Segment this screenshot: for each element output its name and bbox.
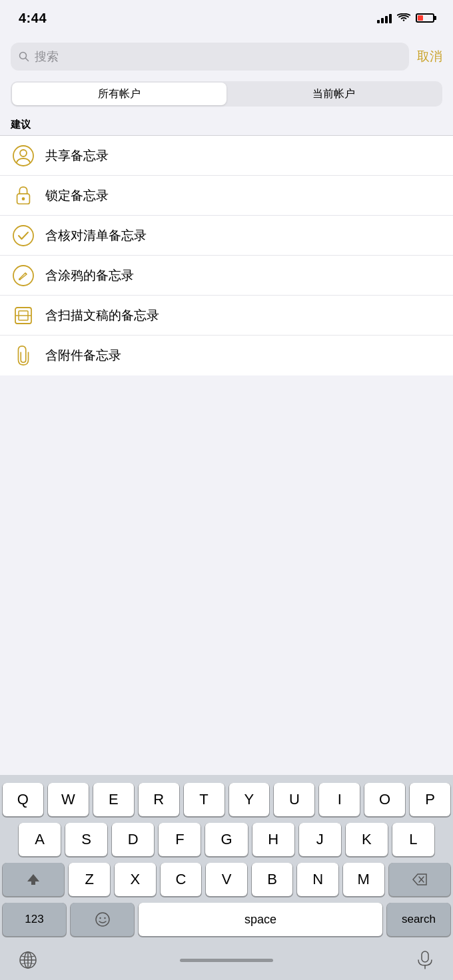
search-placeholder: 搜索	[35, 49, 59, 65]
battery-level	[418, 15, 423, 21]
list-item-scan-label: 含扫描文稿的备忘录	[45, 307, 159, 324]
key-s[interactable]: S	[65, 823, 107, 856]
keyboard-row-2: A S D F G H J K L	[0, 823, 453, 856]
battery-icon	[416, 13, 434, 23]
key-v[interactable]: V	[206, 863, 247, 896]
status-time: 4:44	[19, 11, 47, 26]
key-search[interactable]: search	[387, 903, 450, 936]
list-item-locked[interactable]: 锁定备忘录	[0, 176, 453, 216]
keyboard-extra-row	[0, 943, 453, 980]
key-j[interactable]: J	[299, 823, 341, 856]
key-h[interactable]: H	[252, 823, 294, 856]
key-z[interactable]: Z	[69, 863, 110, 896]
mic-icon[interactable]	[413, 948, 437, 972]
signal-icon	[377, 13, 392, 23]
list-item-checklist[interactable]: 含核对清单备忘录	[0, 216, 453, 256]
lock-icon	[11, 183, 36, 208]
key-backspace[interactable]	[389, 863, 450, 896]
key-n[interactable]: N	[297, 863, 338, 896]
svg-point-15	[104, 917, 105, 919]
key-t[interactable]: T	[184, 783, 225, 816]
keyboard-row-1: Q W E R T Y U I O P	[0, 783, 453, 816]
key-u[interactable]: U	[274, 783, 314, 816]
globe-icon[interactable]	[16, 948, 40, 972]
list-item-sketch-label: 含涂鸦的备忘录	[45, 267, 134, 284]
svg-point-13	[96, 913, 109, 926]
svg-point-6	[13, 226, 33, 246]
key-space[interactable]: space	[139, 903, 382, 936]
home-bar	[180, 959, 273, 962]
scan-doc-icon	[11, 303, 36, 328]
checkmark-circle-icon	[11, 223, 36, 248]
empty-area	[0, 375, 453, 535]
key-k[interactable]: K	[346, 823, 388, 856]
paperclip-icon	[11, 343, 36, 368]
segment-control: 所有帐户 当前帐户	[0, 77, 453, 113]
suggestions-header: 建议	[0, 113, 453, 136]
person-circle-icon	[11, 143, 36, 168]
status-bar: 4:44	[0, 0, 453, 36]
key-m[interactable]: M	[343, 863, 384, 896]
key-x[interactable]: X	[115, 863, 156, 896]
wifi-icon	[397, 13, 410, 23]
key-123[interactable]: 123	[3, 903, 66, 936]
key-b[interactable]: B	[252, 863, 293, 896]
cancel-button[interactable]: 取消	[417, 48, 442, 65]
svg-point-14	[99, 917, 101, 919]
list-item-attachment-label: 含附件备忘录	[45, 347, 121, 364]
svg-point-5	[22, 197, 25, 200]
key-o[interactable]: O	[364, 783, 405, 816]
pencil-circle-icon	[11, 263, 36, 288]
svg-line-1	[26, 59, 29, 61]
keyboard-row-3: Z X C V B N M	[0, 863, 453, 896]
key-w[interactable]: W	[48, 783, 89, 816]
key-i[interactable]: I	[319, 783, 360, 816]
key-e[interactable]: E	[93, 783, 134, 816]
segment-current-account[interactable]: 当前帐户	[226, 83, 441, 105]
key-shift[interactable]	[3, 863, 64, 896]
list-item-scan[interactable]: 含扫描文稿的备忘录	[0, 296, 453, 336]
status-icons	[377, 13, 434, 23]
key-c[interactable]: C	[161, 863, 202, 896]
list-item-shared[interactable]: 共享备忘录	[0, 136, 453, 176]
key-d[interactable]: D	[112, 823, 154, 856]
keyboard-row-bottom: 123 space search	[0, 903, 453, 936]
key-y[interactable]: Y	[229, 783, 270, 816]
keyboard: Q W E R T Y U I O P A S D F G H J K L Z …	[0, 775, 453, 980]
key-l[interactable]: L	[392, 823, 434, 856]
key-q[interactable]: Q	[3, 783, 43, 816]
key-r[interactable]: R	[139, 783, 179, 816]
key-g[interactable]: G	[205, 823, 247, 856]
svg-point-3	[20, 150, 27, 156]
search-icon	[19, 51, 29, 62]
list-item-sketch[interactable]: 含涂鸦的备忘录	[0, 256, 453, 296]
svg-rect-20	[422, 951, 428, 962]
suggestions-list: 共享备忘录 锁定备忘录 含核对清单备忘录	[0, 136, 453, 375]
list-item-locked-label: 锁定备忘录	[45, 187, 109, 204]
segment-all-accounts[interactable]: 所有帐户	[12, 83, 226, 105]
list-item-shared-label: 共享备忘录	[45, 147, 109, 164]
key-a[interactable]: A	[19, 823, 61, 856]
key-emoji[interactable]	[71, 903, 134, 936]
key-f[interactable]: F	[159, 823, 201, 856]
search-bar-container: 搜索 取消	[0, 36, 453, 77]
search-input[interactable]: 搜索	[11, 43, 409, 71]
list-item-attachment[interactable]: 含附件备忘录	[0, 336, 453, 375]
list-item-checklist-label: 含核对清单备忘录	[45, 227, 147, 244]
key-p[interactable]: P	[410, 783, 450, 816]
